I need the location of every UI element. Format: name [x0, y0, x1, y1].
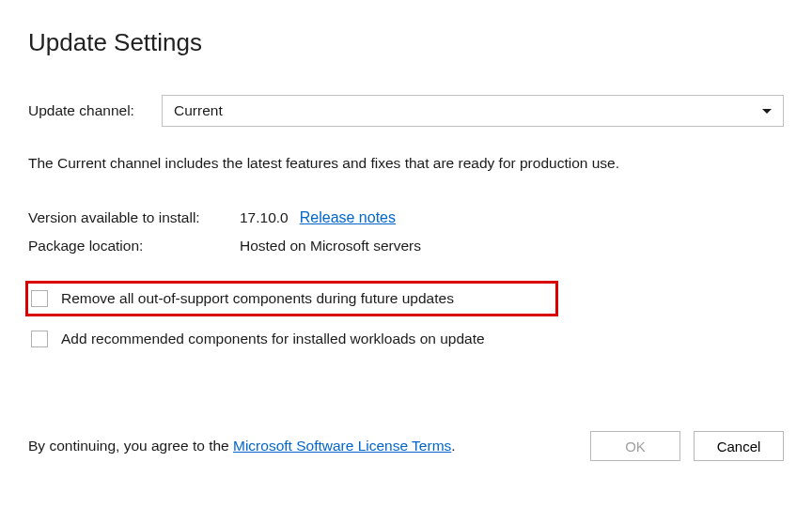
remove-oos-row: Remove all out-of-support components dur…: [25, 281, 558, 316]
package-value: Hosted on Microsoft servers: [240, 238, 421, 254]
license-prefix: By continuing, you agree to the: [28, 438, 233, 454]
footer: By continuing, you agree to the Microsof…: [28, 431, 784, 461]
package-label: Package location:: [28, 238, 240, 254]
version-value: 17.10.0: [240, 209, 289, 226]
version-label: Version available to install:: [28, 209, 240, 226]
update-channel-row: Update channel: Current: [28, 95, 784, 127]
chevron-down-icon: [762, 109, 772, 114]
remove-oos-label: Remove all out-of-support components dur…: [61, 290, 454, 307]
remove-oos-checkbox[interactable]: [31, 290, 48, 307]
update-channel-label: Update channel:: [28, 102, 162, 119]
add-recommended-label: Add recommended components for installed…: [61, 331, 485, 347]
info-table: Version available to install: 17.10.0 Re…: [28, 209, 784, 254]
cancel-button[interactable]: Cancel: [694, 431, 784, 461]
add-recommended-checkbox[interactable]: [31, 331, 48, 347]
update-channel-dropdown[interactable]: Current: [162, 95, 784, 127]
license-suffix: .: [451, 438, 455, 454]
license-text: By continuing, you agree to the Microsof…: [28, 438, 456, 454]
version-row: Version available to install: 17.10.0 Re…: [28, 209, 784, 226]
button-group: OK Cancel: [590, 431, 784, 461]
update-channel-value: Current: [174, 102, 223, 119]
license-terms-link[interactable]: Microsoft Software License Terms: [233, 438, 451, 454]
add-recommended-row: Add recommended components for installed…: [28, 328, 784, 350]
channel-description: The Current channel includes the latest …: [28, 155, 784, 172]
ok-button[interactable]: OK: [590, 431, 680, 461]
page-title: Update Settings: [28, 28, 784, 57]
release-notes-link[interactable]: Release notes: [300, 209, 396, 226]
package-row: Package location: Hosted on Microsoft se…: [28, 238, 784, 254]
